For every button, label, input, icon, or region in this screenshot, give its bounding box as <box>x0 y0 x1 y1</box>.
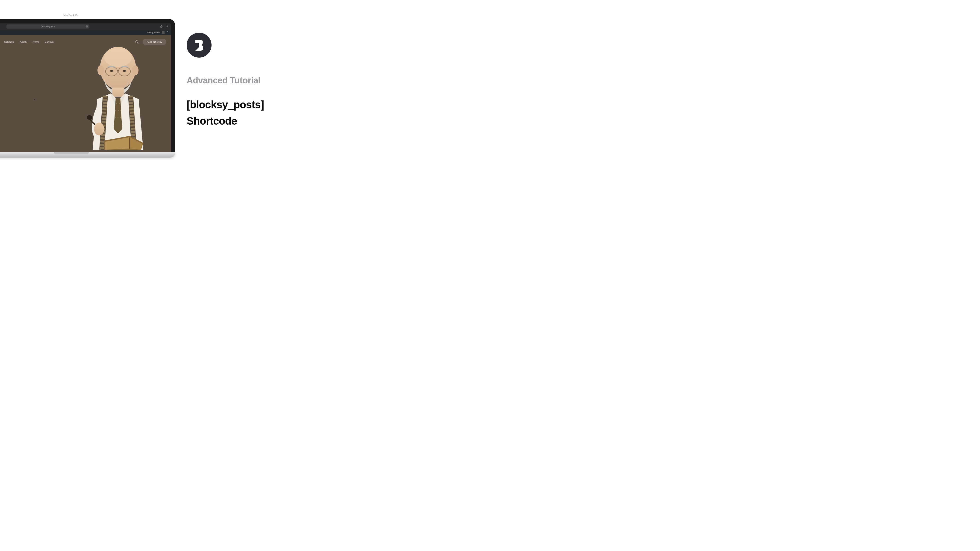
wp-search-icon[interactable] <box>166 31 169 34</box>
laptop-base <box>0 152 175 157</box>
laptop-mockup: blocksy.local Edit Page WPForm <box>0 19 175 157</box>
hero-subtitle: xperienced lawyers <box>0 100 37 103</box>
svg-point-8 <box>132 65 138 75</box>
svg-point-21 <box>118 117 118 118</box>
url-value: blocksy.local <box>43 25 55 28</box>
new-tab-icon[interactable] <box>166 25 169 29</box>
nav-contact[interactable]: Contact <box>45 40 54 43</box>
wp-admin-bar: Edit Page WPForms Howdy, admin <box>0 30 171 35</box>
svg-point-12 <box>110 70 113 72</box>
svg-point-16 <box>119 103 120 104</box>
url-text: blocksy.local <box>41 25 55 28</box>
tutorial-subtitle: Advanced Tutorial <box>187 76 316 86</box>
blocksy-logo <box>187 33 212 57</box>
url-bar[interactable]: blocksy.local <box>6 24 89 29</box>
svg-point-18 <box>118 110 119 111</box>
tutorial-title-line1: [blocksy_posts] <box>187 97 316 113</box>
person-illustration <box>70 41 166 150</box>
wp-howdy[interactable]: Howdy, admin <box>147 31 160 33</box>
chrome-actions <box>160 25 169 29</box>
tutorial-panel: Advanced Tutorial [blocksy_posts] Shortc… <box>187 33 316 129</box>
nav-services[interactable]: Services <box>4 40 14 43</box>
globe-icon <box>41 25 43 27</box>
share-icon[interactable] <box>160 25 163 29</box>
logo-b-icon <box>194 39 204 52</box>
hero-content: serve al xperienced lawyers EARN MORE <box>0 48 37 152</box>
laptop-label: MacBook Pro <box>64 14 79 17</box>
tutorial-title: [blocksy_posts] Shortcode <box>187 97 316 129</box>
nav-news[interactable]: News <box>32 40 39 43</box>
hero-title: serve al <box>0 62 37 93</box>
hero-title-line1: serve <box>0 62 37 78</box>
svg-point-22 <box>120 117 121 118</box>
svg-point-19 <box>120 110 121 111</box>
refresh-icon[interactable] <box>86 25 88 28</box>
svg-point-17 <box>115 110 116 111</box>
svg-line-4 <box>168 33 169 33</box>
laptop-notch <box>54 152 89 154</box>
svg-point-6 <box>104 48 132 67</box>
svg-point-20 <box>115 117 116 118</box>
svg-point-23 <box>94 122 104 135</box>
browser-chrome: blocksy.local <box>0 23 171 30</box>
hero-title-line2: al <box>0 78 37 93</box>
svg-point-7 <box>97 65 104 75</box>
svg-rect-14 <box>112 87 124 97</box>
hero-image <box>70 41 166 150</box>
tutorial-title-line2: Shortcode <box>187 113 316 129</box>
svg-point-13 <box>123 70 126 72</box>
nav-about[interactable]: About <box>20 40 27 43</box>
hero-section: serve al xperienced lawyers EARN MORE ⌖ <box>0 48 171 152</box>
laptop-screen: blocksy.local Edit Page WPForm <box>0 23 171 152</box>
svg-point-15 <box>116 103 117 104</box>
svg-point-24 <box>87 115 92 120</box>
avatar[interactable] <box>162 31 164 34</box>
laptop-frame: blocksy.local Edit Page WPForm <box>0 19 175 152</box>
svg-point-3 <box>167 31 168 33</box>
nav-menu: Services About News Contact <box>4 40 54 43</box>
